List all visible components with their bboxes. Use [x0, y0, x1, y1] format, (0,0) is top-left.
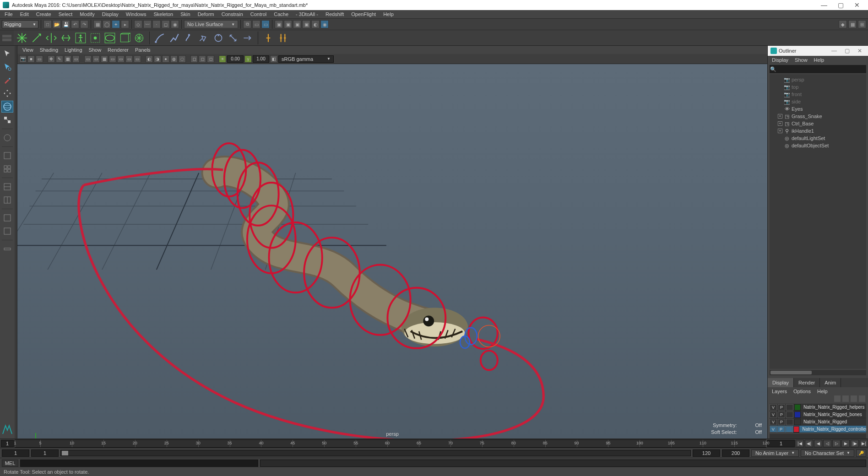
outliner-item-eyes[interactable]: 👁Eyes	[770, 105, 866, 113]
vp-motion-blur-icon[interactable]: ◍	[170, 55, 178, 63]
vp-gamma-value[interactable]: 1.00	[253, 55, 269, 63]
layer-color-swatch[interactable]	[794, 419, 801, 425]
shelf-humanik-icon[interactable]	[74, 32, 87, 44]
tab-display[interactable]: Display	[768, 378, 794, 387]
menu-cache[interactable]: Cache	[271, 11, 291, 17]
range-end-outer[interactable]: 200	[722, 449, 749, 457]
go-to-end-icon[interactable]: ▶|	[860, 440, 868, 447]
select-mode-icon[interactable]: ▦	[93, 20, 102, 28]
vp-menu-show[interactable]: Show	[87, 47, 104, 53]
outliner-menu-help[interactable]: Help	[812, 57, 827, 63]
lasso-icon[interactable]: ◯	[103, 20, 111, 28]
shelf-marker-a-icon[interactable]	[262, 32, 275, 44]
tab-render[interactable]: Render	[794, 378, 820, 387]
menu-edit[interactable]: Edit	[17, 11, 32, 17]
layer-playback-toggle[interactable]: P	[778, 411, 785, 418]
outliner-menu-display[interactable]: Display	[770, 57, 791, 63]
outliner-menu-show[interactable]: Show	[792, 57, 810, 63]
layer-row[interactable]: V P Natrix_Natrix_Rigged	[770, 418, 866, 426]
last-tool-icon[interactable]	[1, 132, 13, 144]
shelf-cluster-icon[interactable]	[133, 32, 146, 44]
outliner-h-scrollbar[interactable]	[770, 370, 866, 375]
auto-key-icon[interactable]: 🔑	[856, 449, 866, 457]
menu-windows[interactable]: Windows	[123, 11, 149, 17]
current-frame-left[interactable]: 1	[1, 440, 14, 447]
shelf-constraint-point-icon[interactable]	[197, 32, 210, 44]
render-icon[interactable]: ▣	[275, 20, 283, 28]
outliner-search[interactable]: 🔍	[770, 65, 866, 73]
layer-display-type[interactable]	[786, 426, 792, 433]
time-slider-track[interactable]: 1510152025303540455055606570758085909510…	[15, 439, 766, 448]
vp-xray-joints-icon[interactable]: ◻	[207, 55, 214, 63]
range-start-inner[interactable]: 1	[31, 449, 59, 457]
vp-wireframe-icon[interactable]: ▭	[125, 55, 133, 63]
shelf-joint-icon[interactable]	[89, 32, 102, 44]
toggle-icon-b[interactable]: ▭	[261, 20, 270, 28]
outliner-maximize-icon[interactable]: ▢	[841, 48, 852, 54]
toggle-icon-a[interactable]: ▭	[252, 20, 260, 28]
layer-menu-options[interactable]: Options	[791, 389, 813, 394]
live-surface-dropdown[interactable]: No Live Surface▼	[184, 20, 238, 28]
menu-redshift[interactable]: Redshift	[323, 11, 347, 17]
layer-display-type[interactable]	[786, 404, 793, 411]
maximize-button[interactable]: ▢	[832, 1, 849, 9]
select-tool-icon[interactable]	[1, 48, 13, 60]
menu-select[interactable]: Select	[56, 11, 76, 17]
vp-menu-lighting[interactable]: Lighting	[62, 47, 85, 53]
outliner-item-ikhandle1[interactable]: +⚲ikHandle1	[770, 127, 866, 135]
expand-icon[interactable]: +	[778, 114, 782, 119]
layout-e-icon[interactable]	[1, 243, 13, 255]
outliner-item-default-object-set[interactable]: ◎defaultObjectSet	[770, 142, 866, 149]
vp-menu-panels[interactable]: Panels	[133, 47, 153, 53]
step-back-key-icon[interactable]: ◀|	[805, 440, 813, 447]
minimize-button[interactable]: —	[816, 1, 832, 9]
command-language-label[interactable]: MEL	[2, 460, 18, 467]
single-view-icon[interactable]	[1, 150, 13, 162]
expand-icon[interactable]: +	[778, 129, 782, 133]
save-scene-icon[interactable]: 💾	[62, 20, 70, 28]
shelf-align-icon[interactable]	[30, 32, 43, 44]
layer-display-type[interactable]	[786, 411, 793, 418]
layer-visible-toggle[interactable]: V	[770, 411, 777, 418]
layer-color-swatch[interactable]	[793, 426, 799, 433]
step-forward-key-icon[interactable]: |▶	[851, 440, 859, 447]
outliner-item-front[interactable]: 📷front	[770, 91, 866, 98]
layer-move-up-icon[interactable]	[834, 395, 841, 402]
time-slider[interactable]: 1 15101520253035404550556065707580859095…	[0, 438, 868, 448]
ipr-render-icon[interactable]: ▣	[284, 20, 292, 28]
outliner-item-persp[interactable]: 📷persp	[770, 76, 866, 83]
layer-playback-toggle[interactable]: P	[778, 404, 785, 411]
vp-grease-icon[interactable]: ✎	[56, 55, 63, 63]
vp-bookmarks-icon[interactable]: ■	[27, 55, 35, 63]
shelf-snap-origin-icon[interactable]	[16, 32, 28, 44]
vp-gate-mask-icon[interactable]: ▭	[92, 55, 100, 63]
layout-a-icon[interactable]	[1, 181, 13, 193]
render-view-icon[interactable]: ▣	[302, 20, 310, 28]
scale-tool-icon[interactable]	[1, 114, 13, 126]
vp-shaded-icon[interactable]: ▭	[134, 55, 141, 63]
shelf-freeze-icon[interactable]	[60, 32, 72, 44]
layer-color-swatch[interactable]	[794, 411, 801, 418]
outliner-item-ctrl-base[interactable]: +◳Ctrl_Base	[770, 120, 866, 127]
layer-row[interactable]: V P Natrix_Natrix_Rigged_bones	[770, 411, 866, 418]
shelf-marker-b-icon[interactable]	[277, 32, 289, 44]
close-button[interactable]: ✕	[849, 1, 865, 9]
menu-file[interactable]: File	[2, 11, 16, 17]
layout-d-icon[interactable]	[1, 225, 13, 237]
layer-color-swatch[interactable]	[794, 404, 801, 411]
vp-shadows-icon[interactable]: ◑	[154, 55, 161, 63]
outliner-item-default-light-set[interactable]: ◎defaultLightSet	[770, 135, 866, 142]
layer-row[interactable]: V P Natrix_Natrix_Rigged_controllers	[770, 426, 866, 433]
rotate-tool-icon[interactable]	[1, 101, 13, 113]
step-back-icon[interactable]: ◀	[814, 440, 822, 447]
vp-2d-pan-icon[interactable]: ✥	[48, 55, 55, 63]
play-back-icon[interactable]: ◁	[823, 440, 831, 447]
range-start-outer[interactable]: 1	[2, 449, 29, 457]
vp-ao-icon[interactable]: ●	[162, 55, 169, 63]
modeling-toolkit-icon[interactable]: ▦	[848, 20, 857, 28]
layer-visible-toggle[interactable]: V	[770, 419, 777, 425]
outliner-item-side[interactable]: 📷side	[770, 98, 866, 105]
layer-playback-toggle[interactable]: P	[777, 426, 784, 433]
snap-grid-icon[interactable]: ◇	[134, 20, 142, 28]
open-scene-icon[interactable]: 📂	[53, 20, 61, 28]
